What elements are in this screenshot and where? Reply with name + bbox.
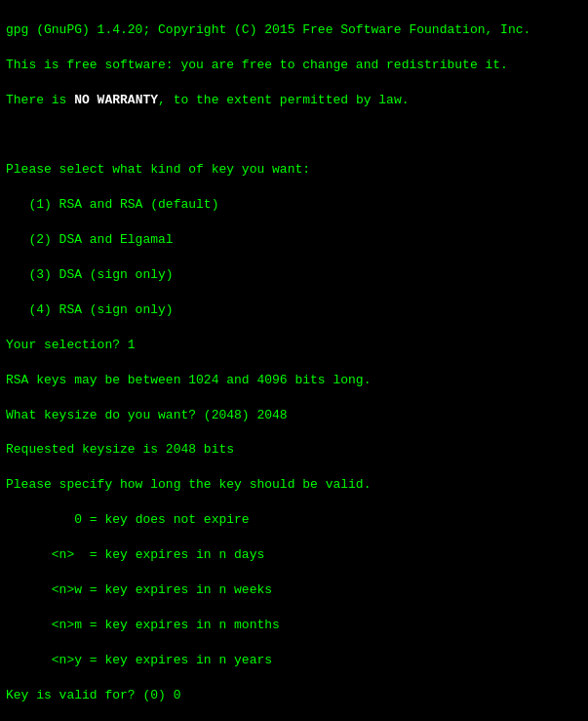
line-9: Your selection? 1	[6, 338, 136, 352]
line-17: <n>m = key expires in n months	[6, 618, 280, 632]
line-10: RSA keys may be between 1024 and 4096 bi…	[6, 373, 371, 387]
line-6: (2) DSA and Elgamal	[6, 232, 174, 247]
line-7: (3) DSA (sign only)	[6, 267, 174, 282]
line-14: 0 = key does not expire	[6, 512, 250, 527]
line-8: (4) RSA (sign only)	[6, 302, 174, 317]
line-12: Requested keysize is 2048 bits	[6, 442, 234, 457]
line-4: Please select what kind of key you want:	[6, 162, 310, 177]
no-warranty-highlight: NO WARRANTY	[74, 93, 158, 107]
line-3: There is NO WARRANTY, to the extent perm…	[6, 93, 410, 107]
terminal-output: gpg (GnuPG) 1.4.20; Copyright (C) 2015 F…	[6, 4, 582, 721]
line-11: What keysize do you want? (2048) 2048	[6, 408, 288, 422]
line-19: Key is valid for? (0) 0	[6, 688, 180, 702]
line-15: <n> = key expires in n days	[6, 547, 264, 562]
line-16: <n>w = key expires in n weeks	[6, 582, 272, 597]
line-18: <n>y = key expires in n years	[6, 653, 272, 667]
line-5: (1) RSA and RSA (default)	[6, 197, 218, 212]
line-13: Please specify how long the key should b…	[6, 477, 371, 492]
line-1: gpg (GnuPG) 1.4.20; Copyright (C) 2015 F…	[6, 22, 530, 37]
line-2: This is free software: you are free to c…	[6, 58, 508, 72]
